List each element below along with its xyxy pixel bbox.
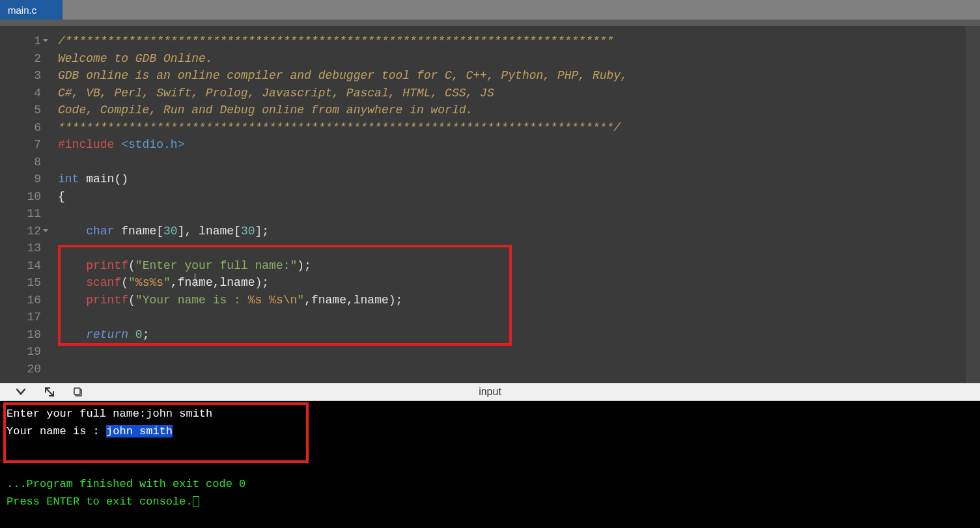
line-number: 10: [0, 188, 41, 206]
comment: C#, VB, Perl, Swift, Prolog, Javascript,…: [58, 87, 494, 100]
console-output[interactable]: Enter your full name:john smith Your nam…: [0, 401, 980, 528]
preproc: #include: [58, 138, 121, 151]
escape: \n: [283, 294, 298, 307]
editor-caret: [195, 273, 195, 287]
line-number: 6: [0, 119, 41, 137]
line-number: 18: [0, 326, 41, 344]
line-number: 13: [0, 240, 41, 257]
scrollbar-top[interactable]: [0, 20, 980, 26]
line-number-gutter: 1 2 3 4 5 6 7 8 9 10 11 12 13 14 15 16 1…: [0, 26, 50, 383]
func-call: scanf: [86, 276, 121, 289]
keyword: int: [58, 173, 79, 186]
exit-message: ...Program finished with exit code 0: [7, 475, 973, 493]
collapse-icon[interactable]: [13, 385, 29, 399]
console-toolbar: input: [0, 383, 980, 401]
code-content[interactable]: /***************************************…: [50, 26, 966, 383]
line-number: 15: [0, 274, 41, 292]
number: 30: [241, 225, 255, 238]
line-number: 12: [0, 223, 41, 240]
line-number: 16: [0, 292, 41, 309]
tab-bar: main.c: [0, 0, 980, 20]
tab-label: main.c: [8, 5, 36, 16]
punct: {: [58, 190, 65, 203]
file-tab-main-c[interactable]: main.c: [0, 0, 63, 20]
line-number: 20: [0, 361, 41, 378]
keyword: return: [86, 328, 128, 341]
line-number: 1: [0, 33, 41, 50]
identifier: main: [79, 173, 114, 186]
console-line: Your name is : john smith: [7, 423, 973, 440]
identifier: fname: [114, 225, 156, 238]
line-number: 11: [0, 205, 41, 223]
exit-prompt: Press ENTER to exit console.: [7, 493, 973, 510]
comment: ****************************************…: [58, 121, 621, 134]
line-number: 7: [0, 136, 41, 154]
func-call: printf: [86, 294, 128, 307]
format: %s%s: [135, 276, 163, 289]
svg-rect-1: [74, 388, 80, 395]
line-number: 17: [0, 309, 41, 326]
editor-scrollbar[interactable]: [966, 26, 980, 383]
number: 30: [163, 225, 178, 238]
selected-text: john smith: [106, 425, 173, 438]
comment: Code, Compile, Run and Debug online from…: [58, 104, 473, 117]
expand-icon[interactable]: [42, 385, 57, 399]
number: 0: [128, 328, 143, 341]
line-number: 8: [0, 154, 41, 171]
comment: GDB online is an online compiler and deb…: [58, 69, 635, 82]
line-number: 9: [0, 171, 41, 188]
console-cursor: [193, 496, 199, 507]
func-call: printf: [86, 259, 128, 272]
format: %s %s: [248, 294, 283, 307]
line-number: 19: [0, 343, 41, 361]
identifier: lname: [199, 225, 234, 238]
copy-icon[interactable]: [70, 385, 86, 399]
line-number: 14: [0, 257, 41, 275]
code-editor[interactable]: 1 2 3 4 5 6 7 8 9 10 11 12 13 14 15 16 1…: [0, 26, 980, 383]
comment: /***************************************…: [58, 35, 613, 48]
line-number: 3: [0, 67, 41, 85]
include-header: <stdio.h>: [121, 138, 184, 151]
line-number: 2: [0, 50, 41, 68]
string: "Enter your full name:": [135, 259, 297, 272]
console-line: Enter your full name:john smith: [7, 405, 973, 423]
comment: Welcome to GDB Online.: [58, 52, 213, 65]
keyword: char: [86, 225, 114, 238]
line-number: 5: [0, 102, 41, 119]
punct: (): [114, 173, 128, 186]
line-number: 4: [0, 85, 41, 102]
input-label: input: [479, 386, 501, 398]
